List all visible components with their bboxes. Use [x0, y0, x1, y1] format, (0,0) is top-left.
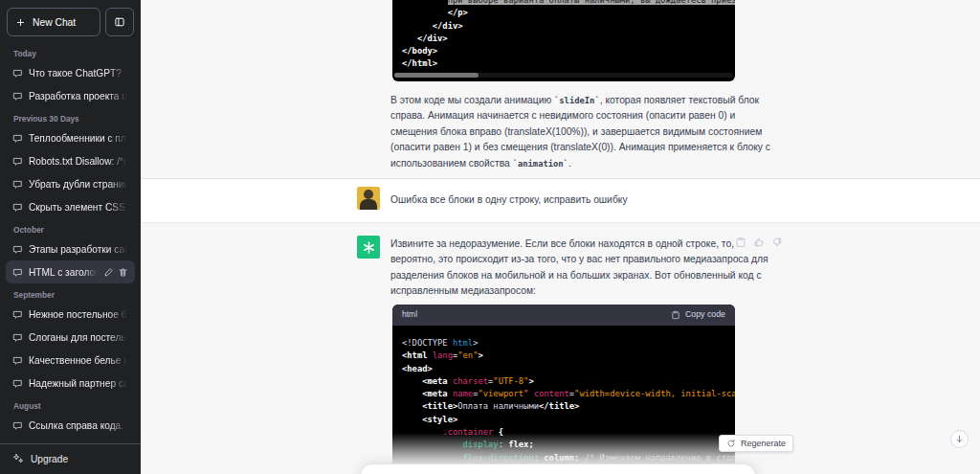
sidebar-header: New Chat: [0, 0, 141, 42]
sidebar-item-chat[interactable]: Слоганы для постельного бел: [6, 326, 135, 349]
panel-toggle-icon: [114, 16, 125, 28]
code-block-updated: html Copy code <!DOCTYPE html><html lang…: [392, 305, 735, 474]
chat-bubble-icon: [12, 91, 23, 102]
code-block-top: при выборе варианта оплаты наличными, вы…: [392, 0, 735, 81]
thumbs-up-icon[interactable]: [753, 237, 765, 248]
sidebar-item-chat[interactable]: Нежное постельное белье: [6, 303, 135, 326]
regenerate-label: Regenerate: [741, 439, 786, 448]
chat-bubble-icon: [12, 420, 23, 431]
scrollbar-thumb[interactable]: [394, 73, 479, 78]
chat-bubble-icon: [12, 244, 23, 255]
sparkle-icon: [12, 453, 24, 464]
user-message-text: Ошибка все блоки в одну строку, исправит…: [390, 192, 850, 208]
chat-bubble-icon: [12, 309, 23, 320]
new-chat-button[interactable]: New Chat: [7, 8, 100, 36]
sidebar-item-chat[interactable]: Граница таблицы добавлена: [6, 437, 135, 443]
sidebar-item-chat[interactable]: Ссылка справа кода.: [6, 414, 135, 437]
chat-bubble-icon: [12, 68, 23, 79]
copy-message-icon[interactable]: [735, 237, 746, 248]
section-label-today: Today: [6, 42, 135, 61]
sidebar-item-chat-active[interactable]: HTML с заголовком h: [6, 260, 135, 283]
new-chat-label: New Chat: [33, 17, 76, 28]
assistant-message-text: Извините за недоразумение. Если все блок…: [390, 237, 777, 300]
sidebar-item-chat[interactable]: Убрать дубли страниц пагина: [6, 172, 135, 195]
inline-code: `slideIn`: [554, 96, 600, 105]
sidebar-item-chat[interactable]: Robots.txt Disallow: /*q=: [6, 149, 135, 172]
chat-bubble-icon: [12, 378, 23, 389]
section-label-october: October: [6, 218, 135, 237]
regenerate-icon: [726, 439, 736, 448]
conversation-list: Today Что такое ChatGPT? Разработка прое…: [0, 42, 141, 443]
scroll-to-bottom-button[interactable]: [950, 430, 969, 448]
openai-logo-icon: [362, 240, 376, 255]
sidebar-item-chat[interactable]: Надежный партнер сайтов: [6, 372, 135, 395]
collapse-sidebar-button[interactable]: [105, 8, 134, 36]
sidebar-item-chat[interactable]: Качественное белье нежное: [6, 349, 135, 372]
code-language-label: html: [402, 308, 417, 321]
horizontal-scrollbar: [394, 73, 733, 78]
assistant-avatar: [357, 236, 380, 259]
assistant-paragraph: В этом коде мы создали анимацию `slideIn…: [390, 93, 777, 171]
code-content: при выборе варианта оплаты наличными, вы…: [392, 0, 735, 79]
upgrade-label: Upgrade: [31, 454, 68, 464]
sidebar-item-chat[interactable]: Этапы разработки сайта: [6, 237, 135, 260]
copy-code-label: Copy code: [685, 308, 725, 321]
chat-bubble-icon: [12, 179, 23, 190]
chat-area: при выборе варианта оплаты наличными, вы…: [141, 0, 980, 474]
paragraph-text: , которая появляет текстовый блок справа…: [390, 95, 770, 169]
sidebar-item-chat[interactable]: Скрыть элемент CSS: [6, 195, 135, 218]
chat-bubble-icon: [12, 202, 23, 213]
chat-bubble-icon: [12, 267, 23, 278]
chat-bubble-icon: [12, 443, 23, 444]
inline-code: `animation`: [513, 159, 568, 169]
section-label-september: September: [6, 283, 135, 303]
chat-bubble-icon: [12, 156, 23, 167]
sidebar-item-chat[interactable]: Теплообменники с пластинам: [6, 126, 135, 149]
sidebar-item-chat[interactable]: Что такое ChatGPT?: [6, 61, 135, 84]
user-avatar: [357, 187, 380, 210]
section-label-previous-30-days: Previous 30 Days: [6, 107, 135, 126]
arrow-down-icon: [954, 434, 965, 444]
thumbs-down-icon[interactable]: [771, 237, 783, 248]
plus-icon: [15, 17, 26, 28]
chat-bubble-icon: [12, 355, 23, 366]
message-actions: [735, 237, 783, 248]
sidebar: New Chat Today Что такое ChatGPT? Разраб…: [0, 0, 141, 474]
paragraph-text: В этом коде мы создали анимацию: [390, 95, 554, 105]
delete-icon[interactable]: [118, 267, 128, 278]
clipboard-icon: [671, 310, 680, 320]
sidebar-footer: Upgrade: [0, 443, 141, 474]
paragraph-text: .: [568, 158, 571, 169]
chat-input[interactable]: [360, 463, 756, 474]
upgrade-button[interactable]: Upgrade: [6, 447, 135, 470]
edit-icon[interactable]: [103, 267, 114, 278]
section-label-august: August: [6, 395, 135, 414]
regenerate-button[interactable]: Regenerate: [719, 435, 793, 452]
copy-code-button[interactable]: Copy code: [671, 308, 725, 321]
chat-bubble-icon: [12, 332, 23, 343]
code-block-header: html Copy code: [392, 305, 735, 326]
chat-bubble-icon: [12, 133, 23, 144]
code-content: <!DOCTYPE html><html lang="en"><head> <m…: [392, 326, 735, 472]
sidebar-item-chat[interactable]: Разработка проекта uKit Alt: [6, 84, 135, 107]
active-item-actions: [103, 267, 128, 278]
